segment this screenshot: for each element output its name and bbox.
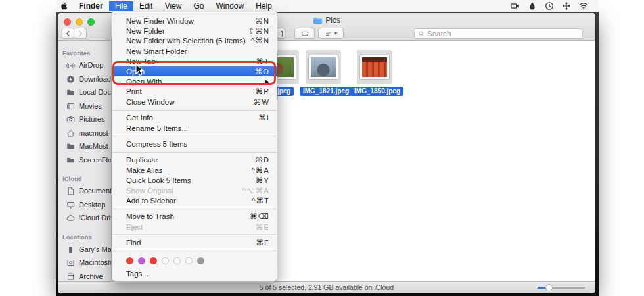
sidebar-item-icloud-driv[interactable]: iCloud Driv <box>58 211 111 225</box>
menu-item-new-smart-folder[interactable]: New Smart Folder <box>112 46 277 56</box>
icon-size-slider[interactable] <box>538 287 585 289</box>
menu-item-shortcut: ⌘I <box>258 113 269 122</box>
menu-item-shortcut: ⌘D <box>255 155 269 164</box>
tag-dot-red[interactable] <box>126 257 133 264</box>
menu-separator <box>112 136 277 136</box>
menubar-item-view[interactable]: View <box>159 1 188 11</box>
search-icon <box>418 30 425 37</box>
tag-dot-gray[interactable] <box>197 257 204 264</box>
arrange-lines-icon <box>325 30 333 37</box>
sidebar-item-macintosh[interactable]: Macintosh <box>58 256 111 270</box>
menubar-item-window[interactable]: Window <box>210 1 250 11</box>
sidebar-item-movies[interactable]: Movies <box>58 99 111 113</box>
tag-color-row <box>112 254 277 268</box>
menu-item-open-with[interactable]: Open With▶ <box>112 76 277 86</box>
menu-item-label: Make Alias <box>126 166 163 174</box>
sidebar-item-label: Archive <box>79 272 103 280</box>
menubar-item-edit[interactable]: Edit <box>133 1 159 11</box>
menu-separator <box>112 209 277 209</box>
menu-item-compress-5-items[interactable]: Compress 5 Items <box>112 139 277 149</box>
tag-dot-purple[interactable] <box>138 257 145 264</box>
sidebar-item-downloads[interactable]: Downloads <box>58 72 111 86</box>
menu-item-show-original: Show Original^⌥⌘A <box>112 185 277 195</box>
sidebar-section-locations: LocationsGary's MaMacintoshArchive <box>58 234 111 282</box>
folder-icon <box>66 87 76 97</box>
menu-item-get-info[interactable]: Get Info⌘I <box>112 113 277 123</box>
menu-item-label: Duplicate <box>126 156 158 164</box>
sidebar-section-favorites: FavoritesAirDropDownloadsLocal DocuMovie… <box>58 49 111 166</box>
menu-item-shortcut: ^⌥⌘A <box>242 186 269 195</box>
droplet-icon[interactable] <box>524 1 541 11</box>
menubar-item-help[interactable]: Help <box>250 1 278 11</box>
sidebar-item-archive[interactable]: Archive <box>58 270 111 282</box>
sidebar-item-label: ScreenFlo <box>79 156 112 164</box>
tag-icon <box>301 30 309 37</box>
menu-item-new-folder-with-selection-5-items[interactable]: New Folder with Selection (5 Items)^⌘N <box>112 36 277 46</box>
status-text: 5 of 5 selected, 2.91 GB available on iC… <box>58 284 595 291</box>
sidebar-item-macmost[interactable]: MacMost <box>58 139 111 153</box>
menu-separator <box>112 110 277 111</box>
airdrop-icon <box>66 61 76 70</box>
move-arrows-icon[interactable] <box>558 1 575 11</box>
apple-menu-icon[interactable] <box>56 1 73 11</box>
menu-item-new-folder[interactable]: New Folder⇧⌘N <box>112 26 277 36</box>
folder-icon <box>313 16 323 24</box>
tag-button[interactable] <box>294 28 315 39</box>
menu-item-duplicate[interactable]: Duplicate⌘D <box>112 155 277 165</box>
sidebar-item-document[interactable]: Document <box>58 184 111 198</box>
sidebar-item-label: AirDrop <box>79 61 103 69</box>
submenu-arrow-icon: ▶ <box>265 78 269 85</box>
sidebar-item-label: Macintosh <box>79 259 112 266</box>
slider-knob[interactable] <box>545 284 553 291</box>
screen-record-icon[interactable] <box>507 1 524 11</box>
menu-item-label: Find <box>126 239 141 247</box>
hdd-icon <box>66 258 76 267</box>
menu-item-find[interactable]: Find⌘F <box>112 237 277 247</box>
menu-item-open[interactable]: Open⌘O <box>112 66 277 76</box>
sidebar-item-label: MacMost <box>79 142 108 150</box>
sidebar-item-label: Movies <box>79 102 102 110</box>
wifi-icon[interactable] <box>575 1 592 11</box>
sidebar-item-pictures[interactable]: Pictures <box>58 112 111 126</box>
back-button[interactable] <box>62 28 74 39</box>
menu-item-move-to-trash[interactable]: Move to Trash⌘⌫ <box>112 212 277 222</box>
menubar-item-go[interactable]: Go <box>188 1 210 11</box>
tag-dot-empty-2[interactable] <box>173 257 181 264</box>
menu-item-quick-look-5-items[interactable]: Quick Look 5 Items⌘Y <box>112 175 277 185</box>
menu-item-print[interactable]: Print⌘P <box>112 87 277 97</box>
menu-item-label: Quick Look 5 Items <box>126 176 191 184</box>
sidebar-item-gary-s-ma[interactable]: Gary's Ma <box>58 243 111 257</box>
menu-item-close-window[interactable]: Close Window⌘W <box>112 97 277 107</box>
menu-item-label: New Folder <box>126 27 165 35</box>
arrange-button[interactable]: ▾ <box>318 28 344 39</box>
tag-dot-empty-3[interactable] <box>185 257 193 264</box>
sidebar-item-airdrop[interactable]: AirDrop <box>58 59 111 72</box>
sidebar-item-local-docu[interactable]: Local Docu <box>58 86 111 99</box>
file-item-img-1850-jpeg[interactable]: IMG_1850.jpeg <box>351 50 398 96</box>
search-input[interactable]: Search <box>414 28 583 39</box>
menu-separator <box>112 234 277 235</box>
sidebar-item-screenflo[interactable]: ScreenFlo <box>58 153 111 167</box>
menubar-item-file[interactable]: File <box>109 1 133 11</box>
menu-item-shortcut: ⌘T <box>256 57 269 66</box>
file-item-img-1821-jpeg[interactable]: IMG_1821.jpeg <box>300 50 347 96</box>
menu-item-add-to-sidebar[interactable]: Add to Sidebar^⌘T <box>112 195 277 205</box>
sidebar-item-macmost[interactable]: macmost <box>58 126 111 140</box>
menu-item-tags[interactable]: Tags... <box>112 268 277 278</box>
menubar-items: FinderFileEditViewGoWindowHelp <box>73 0 278 12</box>
menu-item-rename-5-items[interactable]: Rename 5 Items... <box>112 123 277 133</box>
menu-item-label: Tags... <box>126 270 149 278</box>
menu-bar: FinderFileEditViewGoWindowHelp <box>56 0 599 12</box>
menu-item-make-alias[interactable]: Make Alias^⌘A <box>112 165 277 175</box>
tag-dot-red-2[interactable] <box>150 257 157 264</box>
menu-item-new-tab[interactable]: New Tab⌘T <box>112 57 277 66</box>
menu-item-shortcut: ⌘⌫ <box>250 212 269 221</box>
menu-item-label: Compress 5 Items <box>126 140 187 148</box>
sidebar-item-desktop[interactable]: Desktop <box>58 198 111 212</box>
menubar-item-finder[interactable]: Finder <box>73 1 109 11</box>
forward-button[interactable] <box>74 28 87 39</box>
tag-dot-empty-1[interactable] <box>162 257 169 264</box>
time-machine-icon[interactable] <box>541 1 558 11</box>
archive-icon <box>66 272 76 281</box>
menu-item-new-finder-window[interactable]: New Finder Window⌘N <box>112 16 277 26</box>
